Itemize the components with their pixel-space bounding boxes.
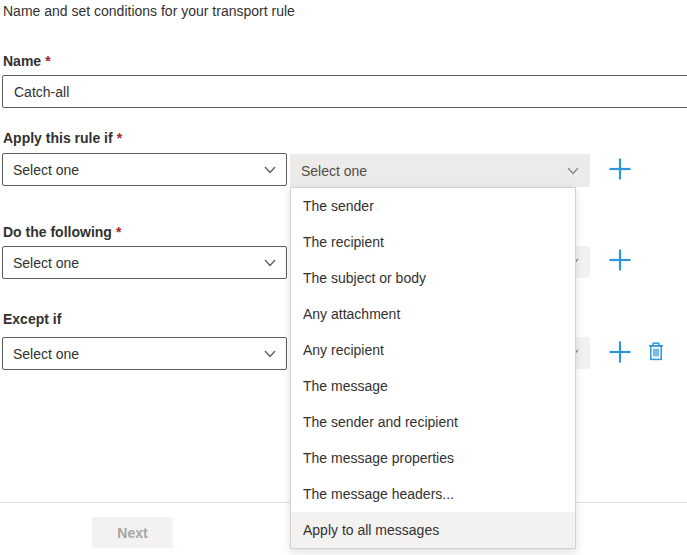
transport-rule-wizard: Name and set conditions for your transpo… bbox=[0, 0, 687, 555]
chevron-down-icon bbox=[567, 167, 579, 175]
dropdown-option[interactable]: The message properties bbox=[291, 440, 575, 476]
dropdown-option[interactable]: Any recipient bbox=[291, 332, 575, 368]
dropdown-option[interactable]: Apply to all messages bbox=[291, 512, 575, 548]
except-if-select[interactable]: Select one bbox=[2, 337, 287, 370]
chevron-down-icon bbox=[264, 259, 276, 267]
except-if-label: Except if bbox=[3, 311, 61, 327]
add-exception-button[interactable] bbox=[608, 340, 632, 364]
dropdown-option[interactable]: The subject or body bbox=[291, 260, 575, 296]
dropdown-option[interactable]: The recipient bbox=[291, 224, 575, 260]
plus-icon bbox=[608, 248, 632, 272]
dropdown-option[interactable]: The sender and recipient bbox=[291, 404, 575, 440]
next-button[interactable]: Next bbox=[92, 517, 173, 548]
apply-rule-if-select[interactable]: Select one bbox=[2, 153, 287, 186]
rule-name-input[interactable] bbox=[2, 75, 687, 108]
do-following-label: Do the following* bbox=[3, 224, 121, 240]
required-asterisk: * bbox=[117, 130, 122, 146]
add-condition-button[interactable] bbox=[608, 157, 632, 181]
do-following-select[interactable]: Select one bbox=[2, 246, 287, 279]
apply-rule-if-secondary-select[interactable]: Select one bbox=[290, 154, 590, 187]
condition-dropdown-callout: The sender The recipient The subject or … bbox=[290, 187, 576, 549]
required-asterisk: * bbox=[45, 53, 50, 69]
delete-exception-button[interactable] bbox=[645, 341, 667, 363]
add-action-button[interactable] bbox=[608, 248, 632, 272]
dropdown-option[interactable]: The message headers... bbox=[291, 476, 575, 512]
apply-rule-if-label: Apply this rule if* bbox=[3, 130, 122, 146]
chevron-down-icon bbox=[264, 166, 276, 174]
required-asterisk: * bbox=[116, 224, 121, 240]
page-title: Name and set conditions for your transpo… bbox=[3, 3, 295, 19]
dropdown-option[interactable]: The message bbox=[291, 368, 575, 404]
dropdown-options-list: The sender The recipient The subject or … bbox=[291, 188, 575, 548]
plus-icon bbox=[608, 340, 632, 364]
plus-icon bbox=[608, 157, 632, 181]
trash-icon bbox=[645, 341, 667, 363]
chevron-down-icon bbox=[264, 350, 276, 358]
dropdown-option[interactable]: The sender bbox=[291, 188, 575, 224]
name-label: Name* bbox=[3, 53, 51, 69]
dropdown-option[interactable]: Any attachment bbox=[291, 296, 575, 332]
